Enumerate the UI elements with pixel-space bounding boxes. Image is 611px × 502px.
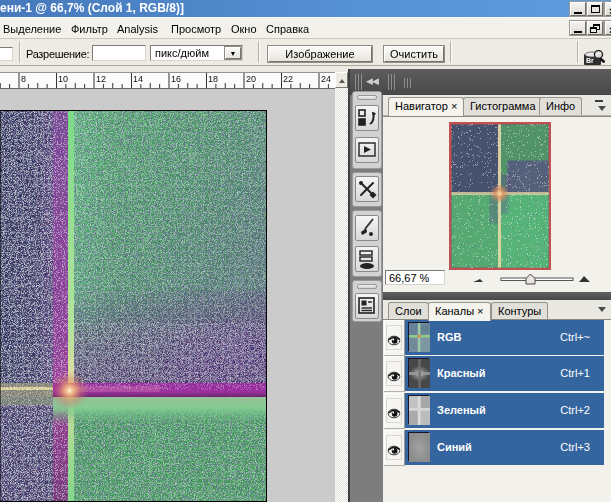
svg-text:24: 24 (321, 74, 331, 84)
svg-text:10: 10 (58, 74, 68, 84)
svg-text:12: 12 (96, 74, 106, 84)
svg-text:14: 14 (133, 74, 143, 84)
svg-text:20: 20 (246, 74, 256, 84)
svg-text:16: 16 (171, 74, 181, 84)
svg-text:22: 22 (283, 74, 293, 84)
svg-text:Br: Br (586, 57, 594, 64)
svg-text:8: 8 (21, 74, 26, 84)
svg-text:18: 18 (208, 74, 218, 84)
